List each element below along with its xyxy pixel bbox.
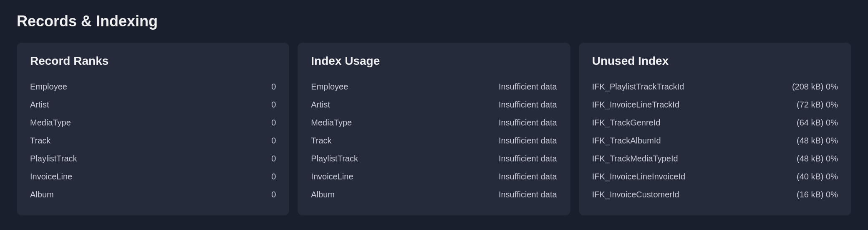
unused-index-title: Unused Index [592, 54, 838, 68]
table-row: Employee 0 [30, 78, 276, 96]
table-row: InvoiceLine Insufficient data [311, 168, 557, 186]
record-ranks-panel: Record Ranks Employee 0 Artist 0 MediaTy… [17, 43, 289, 215]
table-row: IFK_InvoiceCustomerId (16 kB) 0% [592, 186, 838, 204]
index-usage-title: Index Usage [311, 54, 557, 68]
index-name: Employee [311, 82, 394, 92]
table-row: IFK_InvoiceLineInvoiceId (40 kB) 0% [592, 168, 838, 186]
unused-index-size: (208 kB) 0% [792, 82, 838, 92]
unused-index-size: (64 kB) 0% [797, 118, 838, 128]
unused-index-name: IFK_TrackMediaTypeId [592, 154, 797, 164]
table-row: Employee Insufficient data [311, 78, 557, 96]
index-status: Insufficient data [499, 136, 557, 146]
unused-index-size: (40 kB) 0% [797, 172, 838, 181]
table-row: PlaylistTrack 0 [30, 150, 276, 168]
record-ranks-title: Record Ranks [30, 54, 276, 68]
index-name: Track [311, 136, 394, 146]
index-usage-panel: Index Usage Employee Insufficient data A… [298, 43, 570, 215]
unused-index-size: (48 kB) 0% [797, 154, 838, 164]
index-status: Insufficient data [499, 100, 557, 110]
table-row: Album 0 [30, 186, 276, 204]
unused-index-name: IFK_InvoiceLineTrackId [592, 100, 797, 110]
index-name: InvoiceLine [311, 172, 394, 181]
record-name: InvoiceLine [30, 172, 72, 181]
table-row: Artist 0 [30, 96, 276, 114]
table-row: PlaylistTrack Insufficient data [311, 150, 557, 168]
index-usage-list: Employee Insufficient data Artist Insuff… [311, 78, 557, 204]
table-row: Track Insufficient data [311, 132, 557, 150]
record-value: 0 [271, 190, 276, 199]
unused-index-size: (48 kB) 0% [797, 136, 838, 146]
record-name: MediaType [30, 118, 71, 128]
index-status: Insufficient data [499, 172, 557, 181]
index-name: PlaylistTrack [311, 154, 394, 164]
table-row: IFK_InvoiceLineTrackId (72 kB) 0% [592, 96, 838, 114]
unused-index-size: (72 kB) 0% [797, 100, 838, 110]
table-row: IFK_TrackGenreId (64 kB) 0% [592, 114, 838, 132]
unused-index-name: IFK_InvoiceLineInvoiceId [592, 172, 797, 181]
unused-index-name: IFK_TrackGenreId [592, 118, 797, 128]
record-value: 0 [271, 118, 276, 128]
record-value: 0 [271, 172, 276, 181]
index-name: MediaType [311, 118, 394, 128]
record-name: Employee [30, 82, 67, 92]
unused-index-name: IFK_TrackAlbumId [592, 136, 797, 146]
unused-index-name: IFK_PlaylistTrackTrackId [592, 82, 792, 92]
record-ranks-list: Employee 0 Artist 0 MediaType 0 Track 0 … [30, 78, 276, 204]
index-name: Artist [311, 100, 394, 110]
index-name: Album [311, 190, 394, 199]
index-status: Insufficient data [499, 154, 557, 164]
record-name: Track [30, 136, 50, 146]
unused-index-panel: Unused Index IFK_PlaylistTrackTrackId (2… [579, 43, 851, 215]
unused-index-list: IFK_PlaylistTrackTrackId (208 kB) 0% IFK… [592, 78, 838, 204]
table-row: IFK_TrackAlbumId (48 kB) 0% [592, 132, 838, 150]
unused-index-name: IFK_InvoiceCustomerId [592, 190, 797, 199]
record-value: 0 [271, 100, 276, 110]
page-title: Records & Indexing [17, 13, 851, 30]
record-value: 0 [271, 136, 276, 146]
record-value: 0 [271, 154, 276, 164]
index-status: Insufficient data [499, 190, 557, 199]
table-row: MediaType Insufficient data [311, 114, 557, 132]
table-row: Track 0 [30, 132, 276, 150]
record-name: Artist [30, 100, 49, 110]
panels-container: Record Ranks Employee 0 Artist 0 MediaTy… [17, 43, 851, 215]
index-status: Insufficient data [499, 82, 557, 92]
record-name: PlaylistTrack [30, 154, 77, 164]
record-value: 0 [271, 82, 276, 92]
unused-index-size: (16 kB) 0% [797, 190, 838, 199]
table-row: Album Insufficient data [311, 186, 557, 204]
index-status: Insufficient data [499, 118, 557, 128]
table-row: IFK_PlaylistTrackTrackId (208 kB) 0% [592, 78, 838, 96]
table-row: MediaType 0 [30, 114, 276, 132]
table-row: Artist Insufficient data [311, 96, 557, 114]
table-row: InvoiceLine 0 [30, 168, 276, 186]
table-row: IFK_TrackMediaTypeId (48 kB) 0% [592, 150, 838, 168]
record-name: Album [30, 190, 54, 199]
